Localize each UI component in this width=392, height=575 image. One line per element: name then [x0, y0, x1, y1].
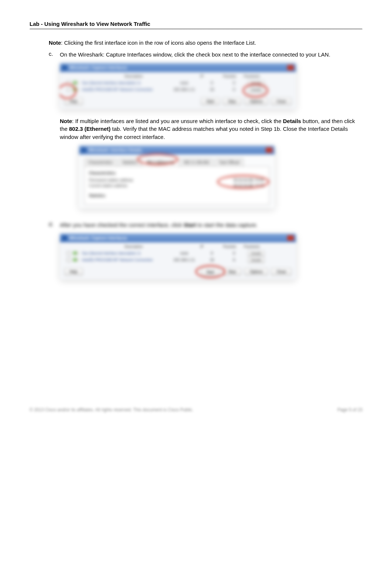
highlight-circle: [217, 175, 269, 188]
section-statistics: Statistics: [89, 194, 265, 198]
col-packets: Packets: [219, 245, 241, 249]
app-icon: [62, 235, 67, 241]
item-d-t1: After you have checked the correct inter…: [60, 222, 183, 228]
close-icon[interactable]: [287, 65, 294, 70]
item-d-text: After you have checked the correct inter…: [60, 221, 362, 229]
iface-desc-2: Intel(R) PRO/1000 MT Network Connection: [82, 88, 168, 92]
details-button[interactable]: Details: [248, 251, 265, 256]
tab-wlan[interactable]: 802.11 (WLAN): [180, 158, 213, 166]
stop-button[interactable]: Stop: [223, 98, 241, 105]
note-label: Note: [60, 118, 72, 124]
interface-checkbox[interactable]: [67, 258, 71, 262]
note-2-bold2: 802.3 (Ethernet): [69, 126, 111, 132]
signal-icon: [73, 251, 79, 255]
list-marker-c: c.: [49, 51, 55, 217]
highlight-circle: [137, 154, 178, 165]
iface-pkt-2: 19: [201, 88, 223, 92]
iface-pkt-1: 0: [201, 251, 223, 255]
help-button[interactable]: Help: [64, 268, 83, 276]
col-ip: IP: [185, 74, 219, 78]
col-packets: Packets: [219, 74, 241, 78]
note-2: Note: If multiple interfaces are listed …: [60, 117, 362, 141]
iface-ip-2: 192.168.1.11: [168, 88, 201, 92]
close-icon[interactable]: [287, 235, 294, 241]
col-ip: IP: [185, 245, 219, 249]
figure-capture-interfaces-2: Wireshark: Capture Interfaces Descriptio…: [60, 234, 362, 279]
interface-checkbox[interactable]: [67, 251, 71, 255]
item-d-t2: to start the data capture.: [196, 222, 258, 228]
highlight-circle: [196, 265, 225, 278]
note-2-t1: : If multiple interfaces are listed and …: [72, 118, 283, 124]
iface-pks-1: 0: [223, 81, 245, 85]
iface-pks-2: 0: [223, 258, 245, 262]
tab-characteristics[interactable]: Characteristics: [84, 158, 117, 166]
stop-button[interactable]: Stop: [223, 268, 241, 276]
section-characteristics: Characteristics: [89, 171, 265, 175]
iface-desc-1: Sun (blurred interface description 1): [82, 81, 168, 85]
perm-address-label: Permanent station address: [89, 178, 133, 182]
iface-pkt-2: 19: [201, 258, 223, 262]
note-1: Note: Clicking the first interface icon …: [49, 39, 362, 47]
iface-desc-2: Intel(R) PRO/1000 MT Network Connection: [82, 258, 168, 262]
list-marker-d: d.: [49, 221, 55, 288]
col-packets-s: Packets/s: [241, 74, 263, 78]
col-description: Description: [82, 74, 185, 78]
app-icon: [81, 147, 86, 153]
window-title: Wireshark: Capture Interfaces: [69, 65, 127, 70]
iface-ip-1: none: [168, 251, 201, 255]
app-icon: [62, 65, 67, 70]
footer-copyright: © 2013 Cisco and/or its affiliates. All …: [30, 407, 193, 412]
note-2-bold1: Details: [283, 118, 301, 124]
close-button[interactable]: Close: [271, 268, 292, 276]
signal-icon: [73, 81, 79, 85]
title-rule: [30, 28, 362, 30]
iface-desc-1: Sun (blurred interface description 1): [82, 251, 168, 255]
options-button[interactable]: Options: [244, 98, 268, 105]
figure-interface-details: Wireshark: Interface Details Characteris…: [79, 146, 362, 208]
signal-icon: [73, 258, 79, 262]
tab-task-offload[interactable]: Task Offload: [215, 158, 243, 166]
close-button[interactable]: Close: [271, 98, 292, 105]
page-title: Lab - Using Wireshark to View Network Tr…: [30, 21, 362, 27]
iface-pks-1: 0: [223, 251, 245, 255]
window-title: Wireshark: Interface Details: [89, 148, 142, 152]
figure-capture-interfaces-1: Wireshark: Capture Interfaces Descriptio…: [60, 63, 362, 109]
col-description: Description: [82, 245, 185, 249]
item-d-bold: Start: [183, 222, 196, 228]
iface-pkt-1: 0: [201, 81, 223, 85]
note-label: Note: [49, 40, 61, 46]
options-button[interactable]: Options: [244, 268, 268, 276]
col-packets-s: Packets/s: [241, 245, 263, 249]
note-1-text: : Clicking the first interface icon in t…: [61, 40, 256, 46]
iface-ip-2: 192.168.1.11: [168, 258, 201, 262]
item-c-text: On the Wireshark: Capture Interfaces win…: [60, 51, 362, 59]
footer-page: Page 5 of 23: [337, 407, 362, 412]
window-title: Wireshark: Capture Interfaces: [69, 236, 127, 240]
close-icon[interactable]: [266, 147, 272, 153]
details-button[interactable]: Details: [248, 257, 265, 263]
curr-address-label: Current station address: [89, 184, 127, 188]
start-button[interactable]: Start: [201, 98, 220, 105]
iface-ip-1: none: [168, 81, 201, 85]
iface-pks-2: 0: [223, 88, 245, 92]
highlight-circle: [243, 84, 268, 97]
